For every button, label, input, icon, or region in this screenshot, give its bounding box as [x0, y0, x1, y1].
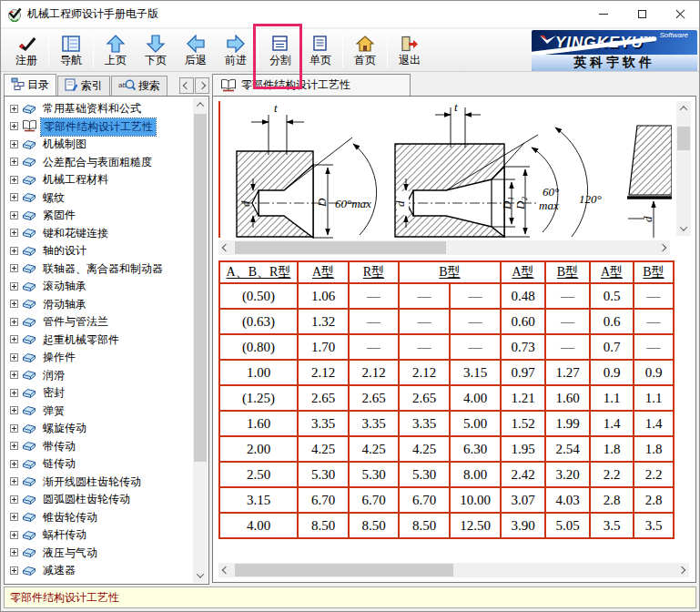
table-horizontal-scrollbar[interactable]	[218, 563, 689, 577]
toolbar-button-split[interactable]: 分割	[260, 30, 300, 70]
expand-plus-icon[interactable]	[7, 191, 18, 204]
tree-item-label[interactable]: 密封	[40, 384, 67, 402]
tree-item[interactable]: 螺旋传动	[7, 420, 208, 438]
tree-scrollbar-thumb[interactable]	[194, 114, 207, 462]
expand-plus-icon[interactable]	[7, 529, 18, 542]
expand-plus-icon[interactable]	[7, 546, 18, 559]
drawing-vscrollbar-thumb[interactable]	[677, 127, 690, 150]
tree-item-label[interactable]: 渐开线圆柱齿轮传动	[40, 474, 144, 491]
tree-item[interactable]: 减速器	[7, 562, 208, 580]
tree-item[interactable]: 零部件结构设计工艺性	[7, 118, 208, 137]
expand-plus-icon[interactable]	[7, 316, 18, 329]
tree-item[interactable]: 紧固件	[7, 207, 208, 225]
tree-item-label[interactable]: 联轴器、离合器和制动器	[40, 260, 166, 278]
tree-item[interactable]: 操作件	[7, 349, 208, 367]
tree-item-label[interactable]: 液压与气动	[40, 545, 100, 562]
expand-plus-icon[interactable]	[7, 352, 18, 364]
toolbar-button-back[interactable]: 后退	[176, 30, 216, 70]
expand-plus-icon[interactable]	[7, 387, 18, 400]
toolbar-button-single-page[interactable]: 单页	[300, 30, 340, 70]
tree-item-label[interactable]: 螺旋传动	[40, 420, 89, 437]
tree-item-label[interactable]: 机械制图	[40, 136, 89, 153]
sidebar-tab-search[interactable]: ab搜索	[111, 76, 167, 96]
tree-item-label[interactable]: 公差配合与表面粗糙度	[40, 154, 155, 171]
tree-item[interactable]: 弹簧	[7, 403, 208, 421]
expand-plus-icon[interactable]	[7, 298, 18, 311]
tab-scroll-right-icon[interactable]	[195, 77, 209, 94]
expand-plus-icon[interactable]	[7, 156, 18, 168]
tree-item-label[interactable]: 滚动轴承	[40, 278, 89, 295]
sidebar-tab-index[interactable]: 索引	[57, 76, 110, 96]
expand-plus-icon[interactable]	[7, 262, 18, 275]
toolbar-button-register[interactable]: 注册	[6, 30, 46, 70]
tree-item[interactable]: 联轴器、离合器和制动器	[7, 260, 208, 279]
tab-current-document[interactable]: 零部件结构设计工艺性	[212, 74, 411, 96]
drawing-scroll-up-icon[interactable]	[676, 101, 691, 116]
tree-item[interactable]: 滑动轴承	[7, 296, 208, 314]
tree-item[interactable]: 滚动轴承	[7, 278, 208, 296]
tree-item-label[interactable]: 蜗杆传动	[40, 526, 89, 544]
tree-item-label[interactable]: 操作件	[40, 349, 78, 366]
tree-item-label[interactable]: 锥齿轮传动	[40, 509, 100, 526]
tree-item-label[interactable]: 带传动	[40, 438, 78, 455]
expand-plus-icon[interactable]	[7, 120, 18, 133]
tree-item[interactable]: 螺纹	[7, 189, 208, 208]
tree-item[interactable]: 机械工程材料	[7, 171, 208, 189]
tree-item[interactable]: 管件与管法兰	[7, 313, 208, 332]
tree-item[interactable]: 密封	[7, 384, 208, 403]
expand-plus-icon[interactable]	[7, 227, 18, 240]
close-button[interactable]	[661, 1, 699, 27]
toolbar-button-forward[interactable]: 前进	[216, 30, 256, 70]
tree-item[interactable]: 链传动	[7, 455, 208, 474]
maximize-button[interactable]	[623, 1, 661, 27]
expand-plus-icon[interactable]	[7, 423, 18, 435]
tree-item-label[interactable]: 常用基础资料和公式	[40, 100, 144, 117]
tree-item-label[interactable]: 紧固件	[40, 207, 78, 224]
tree-item[interactable]: 圆弧圆柱齿轮传动	[7, 491, 208, 509]
expand-plus-icon[interactable]	[7, 458, 18, 471]
toolbar-button-navigator[interactable]: 导航	[51, 30, 91, 70]
tree-item-label[interactable]: 圆弧圆柱齿轮传动	[40, 491, 133, 508]
expand-plus-icon[interactable]	[7, 174, 18, 187]
tree-item[interactable]: 公差配合与表面粗糙度	[7, 154, 208, 172]
table-scroll-left-icon[interactable]	[218, 563, 233, 577]
tree-scrollbar[interactable]	[193, 97, 208, 583]
expand-plus-icon[interactable]	[7, 440, 18, 453]
tree-item[interactable]: 润滑	[7, 367, 208, 385]
table-scroll-right-icon[interactable]	[675, 563, 689, 577]
tree-item[interactable]: 键和花键连接	[7, 225, 208, 243]
tree-item-label[interactable]: 起重机械零部件	[40, 332, 122, 349]
tree-item-label[interactable]: 螺纹	[40, 189, 67, 207]
tree-item[interactable]: 常用基础资料和公式	[7, 100, 208, 118]
expand-plus-icon[interactable]	[7, 333, 18, 346]
tree-item-label[interactable]: 润滑	[40, 367, 67, 384]
expand-plus-icon[interactable]	[7, 494, 18, 506]
toolbar-button-exit[interactable]: 退出	[390, 30, 430, 70]
tree-item-label[interactable]: 键和花键连接	[40, 225, 111, 242]
toolbar-button-home[interactable]: 首页	[345, 30, 385, 70]
tree-item-label[interactable]: 零部件结构设计工艺性	[41, 118, 156, 136]
tree-item-label[interactable]: 弹簧	[40, 403, 67, 420]
expand-plus-icon[interactable]	[7, 245, 18, 258]
tree-item[interactable]: 机械制图	[7, 136, 208, 154]
tree-item[interactable]: 轴的设计	[7, 242, 208, 260]
tree-item-label[interactable]: 滑动轴承	[40, 296, 89, 313]
drawing-scroll-right-icon[interactable]	[655, 240, 670, 255]
tree-item[interactable]: 起重机械零部件	[7, 332, 208, 350]
expand-plus-icon[interactable]	[7, 511, 18, 524]
toolbar-button-page-up[interactable]: 上页	[96, 30, 136, 70]
tree-item[interactable]: 锥齿轮传动	[7, 509, 208, 527]
expand-plus-icon[interactable]	[7, 404, 18, 417]
tree-item[interactable]: 带传动	[7, 438, 208, 456]
expand-plus-icon[interactable]	[7, 565, 18, 577]
tab-scroll-left-icon[interactable]	[179, 77, 194, 94]
drawing-vertical-scrollbar[interactable]	[676, 101, 691, 236]
toolbar-button-page-down[interactable]: 下页	[136, 30, 176, 70]
expand-plus-icon[interactable]	[7, 209, 18, 222]
expand-plus-icon[interactable]	[7, 103, 18, 116]
tree-scroll-down-icon[interactable]	[193, 568, 208, 583]
minimize-button[interactable]	[584, 1, 623, 27]
tree-scroll-up-icon[interactable]	[193, 97, 208, 112]
tree-item[interactable]: 渐开线圆柱齿轮传动	[7, 474, 208, 492]
drawing-hscrollbar-thumb[interactable]	[235, 241, 446, 254]
